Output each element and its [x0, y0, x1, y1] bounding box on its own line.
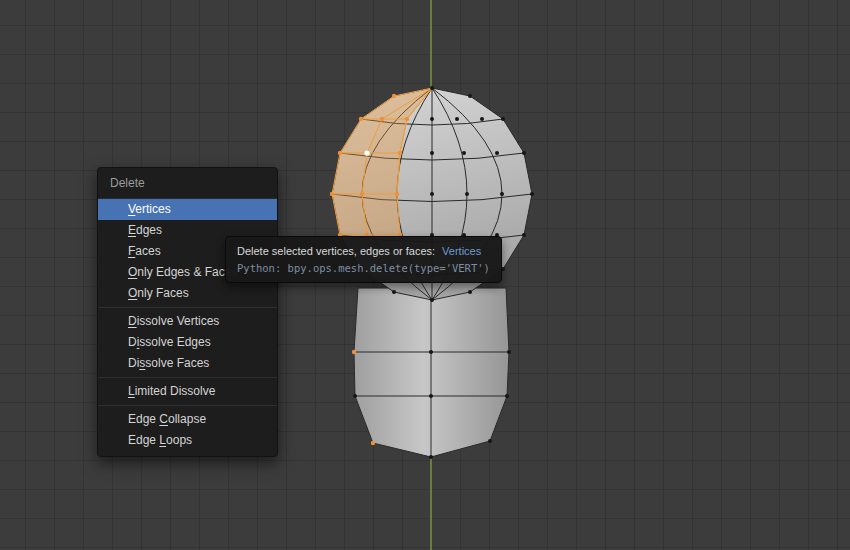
menu-item-edge-collapse[interactable]: Edge Collapse [98, 409, 277, 430]
menu-group-limited: Limited Dissolve [98, 381, 277, 402]
menu-item-dissolve-edges[interactable]: Dissolve Edges [98, 332, 277, 353]
tooltip-python-label: Python: [237, 262, 281, 274]
tooltip-description-line: Delete selected vertices, edges or faces… [237, 245, 490, 257]
active-vertex [364, 150, 369, 155]
menu-item-dissolve-vertices[interactable]: Dissolve Vertices [98, 311, 277, 332]
delete-context-menu: Delete Vertices Edges Faces Only Edges &… [97, 167, 278, 457]
menu-separator [98, 377, 277, 378]
mesh-body [354, 288, 509, 457]
menu-item-vertices[interactable]: Vertices [98, 199, 277, 220]
menu-group-edge: Edge Collapse Edge Loops [98, 409, 277, 451]
menu-item-edge-loops[interactable]: Edge Loops [98, 430, 277, 451]
menu-separator [98, 405, 277, 406]
tooltip-description: Delete selected vertices, edges or faces… [237, 245, 435, 257]
menu-separator [98, 307, 277, 308]
menu-item-limited-dissolve[interactable]: Limited Dissolve [98, 381, 277, 402]
tooltip-value: Vertices [442, 245, 481, 257]
menu-group-dissolve: Dissolve Vertices Dissolve Edges Dissolv… [98, 311, 277, 374]
menu-item-only-faces[interactable]: Only Faces [98, 283, 277, 304]
tooltip-python-line: Python: bpy.ops.mesh.delete(type='VERT') [237, 262, 490, 274]
menu-title: Delete [98, 168, 277, 199]
menu-item-dissolve-faces[interactable]: Dissolve Faces [98, 353, 277, 374]
tooltip: Delete selected vertices, edges or faces… [225, 236, 502, 283]
tooltip-python-code: bpy.ops.mesh.delete(type='VERT') [288, 262, 490, 274]
